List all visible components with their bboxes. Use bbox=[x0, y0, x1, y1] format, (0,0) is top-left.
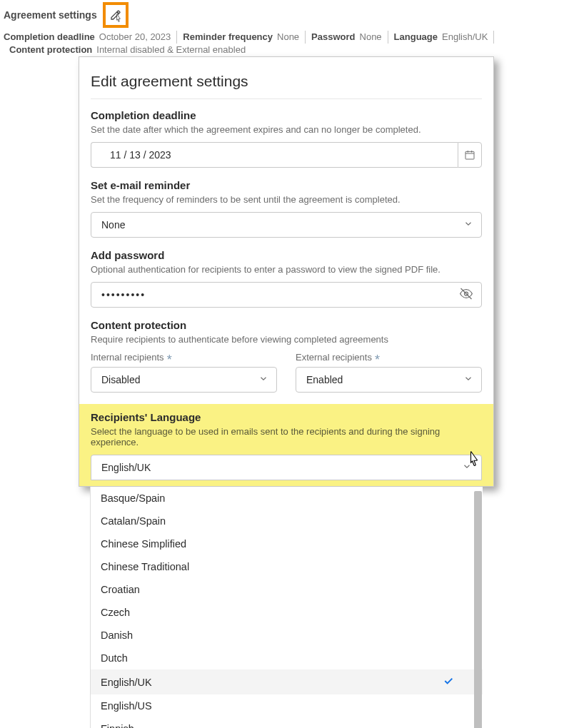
language-option-label: Chinese Simplified bbox=[101, 538, 186, 550]
language-option-label: Catalan/Spain bbox=[101, 515, 166, 527]
recipients-language-desc: Select the language to be used in emails… bbox=[91, 426, 482, 448]
language-option[interactable]: English/UK bbox=[91, 669, 483, 694]
cursor-pointer-icon bbox=[465, 450, 483, 474]
language-option[interactable]: Czech bbox=[91, 601, 483, 624]
external-recipients-select[interactable]: Enabled bbox=[296, 367, 482, 393]
header-bar: Agreement settings Completion deadline O… bbox=[0, 0, 574, 59]
edit-agreement-dialog: Edit agreement settings Completion deadl… bbox=[79, 56, 494, 487]
dialog-title: Edit agreement settings bbox=[91, 73, 482, 99]
summary-password: Password None bbox=[306, 31, 388, 44]
language-option[interactable]: Danish bbox=[91, 624, 483, 647]
language-option[interactable]: Basque/Spain bbox=[91, 487, 483, 510]
language-option[interactable]: Finnish bbox=[91, 717, 483, 728]
scrollbar-thumb[interactable] bbox=[474, 491, 482, 728]
language-option-label: Finnish bbox=[101, 723, 134, 728]
visibility-off-icon[interactable] bbox=[459, 287, 473, 303]
recipients-language-section: Recipients' Language Select the language… bbox=[79, 404, 493, 486]
calendar-icon bbox=[464, 149, 475, 161]
language-option[interactable]: Dutch bbox=[91, 647, 483, 669]
language-option-label: Chinese Traditional bbox=[101, 561, 189, 572]
summary-language: Language English/UK bbox=[388, 31, 495, 44]
scrollbar[interactable] bbox=[473, 487, 483, 728]
password-title: Add password bbox=[91, 249, 482, 261]
svg-rect-0 bbox=[465, 152, 474, 160]
language-select[interactable]: English/UK bbox=[91, 455, 482, 480]
password-section: Add password Optional authentication for… bbox=[91, 249, 482, 308]
language-option[interactable]: Chinese Simplified bbox=[91, 532, 483, 555]
internal-recipients-select[interactable]: Disabled bbox=[91, 367, 277, 393]
internal-recipients-label: Internal recipients* bbox=[91, 352, 277, 363]
completion-deadline-section: Completion deadline Set the date after w… bbox=[91, 109, 482, 168]
summary-content-protection: Content protection Internal disabled & E… bbox=[4, 44, 251, 56]
summary-completion-deadline: Completion deadline October 20, 2023 bbox=[4, 31, 177, 44]
language-dropdown-list: Basque/SpainCatalan/SpainChinese Simplif… bbox=[90, 487, 483, 728]
email-reminder-title: Set e-mail reminder bbox=[91, 179, 482, 191]
language-option[interactable]: Chinese Traditional bbox=[91, 555, 483, 578]
language-option[interactable]: Catalan/Spain bbox=[91, 510, 483, 532]
language-option-label: Czech bbox=[101, 607, 130, 618]
password-field[interactable]: ••••••••• bbox=[91, 282, 482, 308]
language-option[interactable]: Croatian bbox=[91, 578, 483, 601]
language-option[interactable]: English/US bbox=[91, 694, 483, 717]
completion-deadline-desc: Set the date after which the agreement e… bbox=[91, 124, 482, 135]
edit-settings-button[interactable] bbox=[103, 2, 129, 28]
language-option-label: English/UK bbox=[101, 677, 152, 688]
calendar-button[interactable] bbox=[458, 142, 482, 168]
language-option-label: Danish bbox=[101, 630, 133, 641]
page-title: Agreement settings bbox=[4, 9, 97, 21]
email-reminder-desc: Set the frequency of reminders to be sen… bbox=[91, 194, 482, 205]
email-reminder-section: Set e-mail reminder Set the frequency of… bbox=[91, 179, 482, 238]
language-option-label: Dutch bbox=[101, 652, 128, 664]
language-option-label: English/US bbox=[101, 700, 152, 712]
external-recipients-label: External recipients* bbox=[296, 352, 482, 363]
settings-summary: Completion deadline October 20, 2023 Rem… bbox=[4, 31, 570, 59]
completion-deadline-title: Completion deadline bbox=[91, 109, 482, 121]
content-protection-desc: Require recipients to authenticate befor… bbox=[91, 334, 482, 345]
password-desc: Optional authentication for recipients t… bbox=[91, 264, 482, 275]
completion-deadline-input[interactable]: 11 / 13 / 2023 bbox=[91, 142, 458, 168]
recipients-language-title: Recipients' Language bbox=[91, 411, 482, 423]
check-icon bbox=[443, 675, 454, 689]
content-protection-title: Content protection bbox=[91, 319, 482, 331]
language-option-label: Basque/Spain bbox=[101, 492, 165, 504]
content-protection-section: Content protection Require recipients to… bbox=[91, 319, 482, 393]
reminder-frequency-select[interactable]: None bbox=[91, 212, 482, 238]
summary-reminder-frequency: Reminder frequency None bbox=[177, 31, 306, 44]
cursor-pointer-icon bbox=[113, 14, 124, 27]
language-option-label: Croatian bbox=[101, 584, 140, 595]
